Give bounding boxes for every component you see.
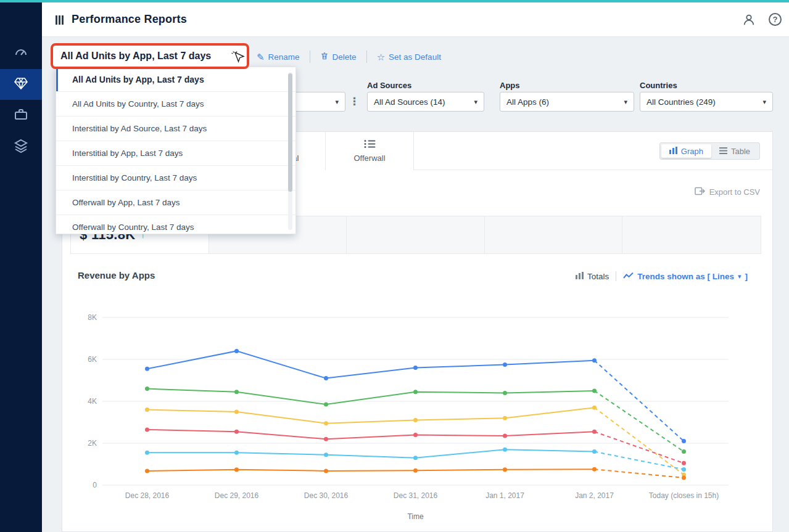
chevron-down-icon: ▾ (762, 98, 766, 106)
sidebar-item-mediation[interactable] (0, 133, 42, 160)
countries-filter-dropdown[interactable]: All Countries (249) ▾ (640, 92, 773, 112)
report-menu-item[interactable]: All Ad Units by Country, Last 7 days (56, 92, 295, 117)
table-view-label: Table (731, 147, 750, 156)
svg-text:Dec 31, 2016: Dec 31, 2016 (394, 491, 438, 500)
sidebar-item-apps[interactable] (0, 102, 42, 129)
chart-title: Revenue by Apps (78, 270, 155, 280)
svg-text:Time: Time (407, 512, 424, 521)
svg-text:Jan 2, 2017: Jan 2, 2017 (575, 491, 614, 500)
pencil-icon: ✎ (257, 52, 265, 62)
chevron-down-icon: ▾ (236, 52, 241, 61)
tab-offerwall-label: Offerwall (353, 153, 385, 163)
graph-table-toggle: Graph Table (659, 142, 760, 160)
export-to-csv-label: Export to CSV (709, 187, 760, 197)
totals-bars-icon (576, 272, 584, 281)
table-view-button[interactable]: Table (711, 144, 758, 158)
svg-text:6K: 6K (88, 355, 97, 364)
svg-text:Jan 1, 2017: Jan 1, 2017 (485, 491, 524, 500)
svg-text:8K: 8K (88, 313, 97, 322)
trends-label: Trends shown as [ Lines (637, 272, 734, 281)
briefcase-icon (14, 107, 28, 125)
divider (366, 51, 367, 63)
metric-tab[interactable] (485, 216, 623, 253)
countries-filter-value: All Countries (249) (646, 97, 716, 107)
trend-line-icon (623, 272, 634, 281)
ad-sources-filter-dropdown[interactable]: All Ad Sources (14) ▾ (367, 92, 484, 112)
saved-report-value: All Ad Units by App, Last 7 days (60, 51, 211, 62)
question-mark-icon: ? (773, 15, 778, 24)
saved-report-dropdown[interactable]: All Ad Units by App, Last 7 days ▾ (51, 43, 249, 69)
report-menu-item[interactable]: Offerwall by Country, Last 7 days (56, 215, 295, 234)
layers-icon (14, 138, 28, 155)
report-menu-item[interactable]: Interstitial by Country, Last 7 days (56, 166, 295, 190)
divider (310, 51, 310, 63)
table-rows-icon (719, 147, 727, 156)
ad-sources-filter-label: Ad Sources (367, 81, 411, 90)
delete-label: Delete (333, 52, 357, 62)
svg-text:Today (closes in 15h): Today (closes in 15h) (649, 491, 719, 500)
chevron-down-icon: ▾ (738, 272, 741, 280)
set-as-default-label: Set as Default (389, 52, 441, 62)
sidebar-item-performance[interactable] (0, 69, 42, 100)
svg-text:4K: 4K (88, 397, 97, 406)
tab-offerwall[interactable]: Offerwall (326, 132, 414, 170)
ad-sources-filter-value: All Ad Sources (14) (374, 97, 445, 107)
gem-icon (14, 76, 28, 93)
svg-text:Dec 29, 2016: Dec 29, 2016 (215, 491, 259, 500)
graph-view-button[interactable]: Graph (661, 144, 711, 158)
bar-chart-icon (669, 147, 677, 156)
sidebar-item-dashboard[interactable] (0, 41, 42, 68)
countries-filter-label: Countries (640, 81, 677, 90)
totals-label: Totals (587, 272, 609, 281)
sidebar (0, 0, 42, 532)
set-as-default-button[interactable]: ☆ Set as Default (377, 52, 441, 62)
report-menu-item[interactable]: Offerwall by App, Last 7 days (56, 190, 295, 215)
star-icon: ☆ (377, 52, 385, 62)
scrollbar-thumb[interactable] (288, 73, 292, 192)
totals-toggle-button[interactable]: Totals (576, 272, 609, 281)
metric-tab[interactable] (622, 216, 761, 253)
svg-text:Dec 28, 2016: Dec 28, 2016 (125, 491, 170, 500)
apps-filter-dropdown[interactable]: All Apps (6) ▾ (500, 92, 634, 112)
chevron-down-icon: ▾ (624, 98, 627, 106)
help-button[interactable]: ? (769, 13, 782, 26)
rename-label: Rename (268, 52, 300, 62)
chevron-down-icon: ▾ (474, 98, 477, 106)
export-to-csv-button[interactable]: Export to CSV (695, 186, 760, 197)
chevron-down-icon: ▾ (335, 98, 339, 106)
divider (616, 271, 616, 281)
performance-reports-page: iS Performance Reports ? All Ad Units by… (0, 0, 789, 532)
trends-label-suffix: ] (745, 272, 748, 281)
list-icon (364, 139, 376, 150)
accent-top-line (0, 0, 789, 2)
speedometer-icon (14, 46, 28, 63)
report-menu-item[interactable]: All Ad Units by App, Last 7 days (56, 67, 295, 92)
page-title: Performance Reports (72, 13, 187, 26)
report-menu-item[interactable]: Interstitial by Ad Source, Last 7 days (56, 117, 295, 141)
svg-text:0: 0 (93, 481, 97, 489)
trends-shown-as-dropdown[interactable]: Trends shown as [ Lines ▾ ] (623, 272, 748, 281)
apps-filter-label: Apps (500, 81, 520, 90)
more-options-icon[interactable]: ⋮ (349, 95, 360, 108)
columns-icon (56, 15, 64, 25)
graph-view-label: Graph (681, 147, 703, 156)
delete-button[interactable]: Delete (320, 51, 357, 62)
revenue-line-chart[interactable]: 02K4K6K8KDec 28, 2016Dec 29, 2016Dec 30,… (68, 297, 753, 528)
chart-controls: Totals Trends shown as [ Lines ▾ ] (576, 271, 748, 281)
export-csv-icon (695, 186, 705, 197)
user-icon (742, 18, 756, 28)
top-bar: Performance Reports ? (42, 2, 789, 37)
report-menu-item[interactable]: Interstitial by App, Last 7 days (56, 141, 295, 166)
svg-text:Dec 30, 2016: Dec 30, 2016 (304, 491, 349, 500)
report-actions: ✎ Rename Delete ☆ Set as Default (257, 49, 441, 64)
apps-filter-value: All Apps (6) (506, 97, 549, 107)
rename-button[interactable]: ✎ Rename (257, 52, 300, 62)
saved-reports-menu: All Ad Units by App, Last 7 daysAll Ad U… (56, 67, 296, 234)
user-account-button[interactable] (742, 13, 756, 29)
svg-text:2K: 2K (88, 439, 97, 448)
metric-tab[interactable] (347, 216, 485, 253)
trash-icon (320, 51, 329, 62)
